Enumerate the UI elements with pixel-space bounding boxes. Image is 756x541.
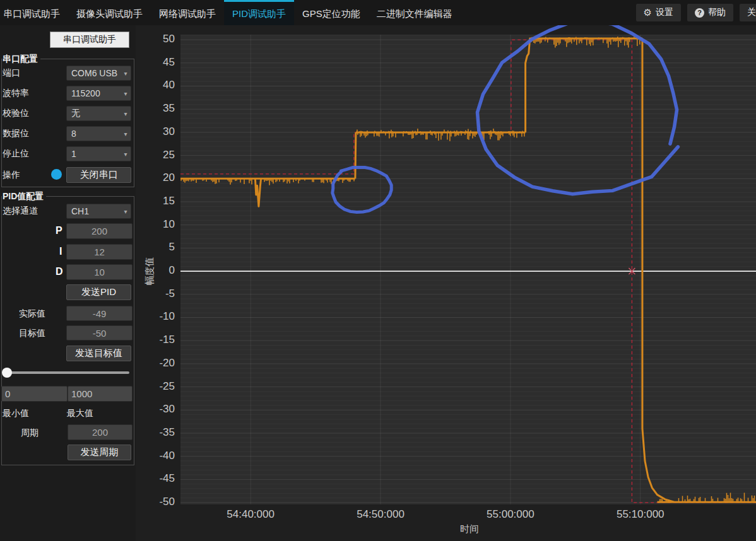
tab-3[interactable]: PID调试助手 — [224, 0, 294, 25]
y-tick-label: 45 — [136, 56, 175, 69]
y-axis-title: 幅度值 — [144, 248, 157, 294]
channel-select[interactable]: CH1 ▾ — [66, 204, 131, 219]
i-label: I — [59, 246, 62, 257]
tab-0[interactable]: 串口调试助手 — [0, 0, 68, 25]
y-tick-label: 50 — [136, 33, 175, 45]
p-label: P — [56, 225, 62, 236]
channel-label: 选择通道 — [3, 206, 38, 217]
databits-value: 8 — [67, 129, 121, 139]
baud-value: 115200 — [67, 88, 121, 98]
p-input[interactable] — [66, 223, 133, 239]
send-pid-button[interactable]: 发送PID — [66, 284, 131, 300]
y-tick-label: -10 — [136, 310, 175, 323]
y-tick-label: -45 — [136, 472, 175, 485]
chevron-down-icon: ▾ — [121, 208, 131, 215]
y-tick-label: 15 — [136, 195, 175, 207]
max-label: 最大值 — [67, 408, 93, 419]
y-tick-label: -50 — [136, 496, 175, 508]
gear-icon: ⚙ — [644, 7, 652, 18]
chevron-down-icon: ▾ — [121, 110, 131, 117]
serial-config-title: 串口配置 — [2, 54, 40, 65]
y-tick-label: -25 — [136, 380, 175, 393]
send-target-button[interactable]: 发送目标值 — [66, 346, 131, 361]
target-slider-track[interactable] — [4, 371, 129, 374]
d-label: D — [56, 266, 63, 277]
actual-value-label: 实际值 — [19, 308, 45, 320]
y-tick-label: -35 — [136, 426, 175, 439]
sidebar: 串口配置 端口 COM6 USB ▾ 波特率 115200 ▾ 校验位 无 ▾ … — [0, 25, 136, 541]
port-label: 端口 — [3, 67, 20, 79]
i-input[interactable] — [66, 244, 133, 260]
d-input[interactable] — [66, 264, 133, 280]
period-label: 周期 — [21, 428, 38, 439]
help-label: 帮助 — [708, 7, 726, 18]
tooltip: 串口调试助手 — [50, 32, 129, 48]
tab-bar-actions: ⚙ 设置 ? 帮助 关于 — [636, 0, 756, 25]
x-axis-title: 时间 — [444, 523, 495, 535]
port-value: COM6 USB — [67, 68, 121, 78]
settings-label: 设置 — [656, 7, 673, 18]
baud-label: 波特率 — [3, 88, 29, 99]
target-value-label: 目标值 — [19, 328, 45, 339]
channel-value: CH1 — [67, 206, 121, 216]
tab-list: 串口调试助手摄像头调试助手网络调试助手PID调试助手GPS定位功能二进制文件编辑… — [0, 0, 461, 25]
stopbits-select[interactable]: 1 ▾ — [66, 146, 131, 161]
y-tick-label: 30 — [136, 125, 175, 138]
about-button[interactable]: 关于 — [740, 4, 756, 21]
stopbits-label: 停止位 — [3, 148, 29, 160]
range-min-input[interactable] — [1, 386, 68, 402]
parity-value: 无 — [67, 108, 121, 119]
port-select[interactable]: COM6 USB ▾ — [66, 66, 131, 81]
question-icon: ? — [695, 8, 704, 18]
tab-bar: 串口调试助手摄像头调试助手网络调试助手PID调试助手GPS定位功能二进制文件编辑… — [0, 0, 756, 26]
operation-label: 操作 — [3, 170, 20, 181]
databits-select[interactable]: 8 ▾ — [66, 126, 131, 141]
x-tick-label: 55:00:000 — [466, 508, 555, 521]
send-period-button[interactable]: 发送周期 — [68, 445, 131, 460]
target-value-field[interactable] — [66, 325, 133, 340]
chart-area: 50454035302520151050-5-10-15-20-25-30-35… — [136, 25, 756, 541]
y-tick-label: -40 — [136, 450, 175, 462]
tab-4[interactable]: GPS定位功能 — [294, 0, 369, 25]
about-label: 关于 — [747, 7, 756, 18]
chevron-down-icon: ▾ — [121, 90, 131, 97]
x-tick-label: 55:10:000 — [596, 508, 685, 521]
parity-select[interactable]: 无 ▾ — [66, 106, 131, 121]
x-tick-label: 54:40:000 — [206, 508, 295, 521]
y-tick-label: 20 — [136, 172, 175, 184]
y-tick-label: -20 — [136, 357, 175, 369]
y-tick-label: -15 — [136, 334, 175, 346]
settings-button[interactable]: ⚙ 设置 — [636, 4, 681, 21]
parity-label: 校验位 — [3, 108, 29, 119]
connection-status-dot — [51, 169, 62, 180]
min-label: 最小值 — [3, 408, 29, 419]
range-max-input[interactable] — [68, 386, 133, 402]
pid-config-title: PID值配置 — [2, 191, 46, 202]
tab-1[interactable]: 摄像头调试助手 — [68, 0, 151, 25]
x-tick-label: 54:50:000 — [336, 508, 425, 521]
chevron-down-icon: ▾ — [121, 151, 131, 158]
target-slider-handle[interactable] — [2, 368, 12, 378]
actual-value-field[interactable] — [66, 306, 133, 321]
y-tick-label: 35 — [136, 102, 175, 115]
chevron-down-icon: ▾ — [121, 70, 131, 77]
baud-select[interactable]: 115200 ▾ — [66, 86, 131, 101]
databits-label: 数据位 — [3, 128, 29, 139]
close-serial-button[interactable]: 关闭串口 — [66, 167, 131, 183]
help-button[interactable]: ? 帮助 — [687, 4, 733, 21]
y-tick-label: 10 — [136, 218, 175, 231]
tab-2[interactable]: 网络调试助手 — [151, 0, 224, 25]
period-input[interactable] — [68, 424, 133, 440]
plot-canvas[interactable] — [136, 25, 756, 541]
y-tick-label: 25 — [136, 149, 175, 161]
y-tick-label: 40 — [136, 79, 175, 91]
y-tick-label: -30 — [136, 403, 175, 416]
chevron-down-icon: ▾ — [121, 131, 131, 137]
stopbits-value: 1 — [67, 149, 121, 159]
tab-5[interactable]: 二进制文件编辑器 — [369, 0, 461, 25]
